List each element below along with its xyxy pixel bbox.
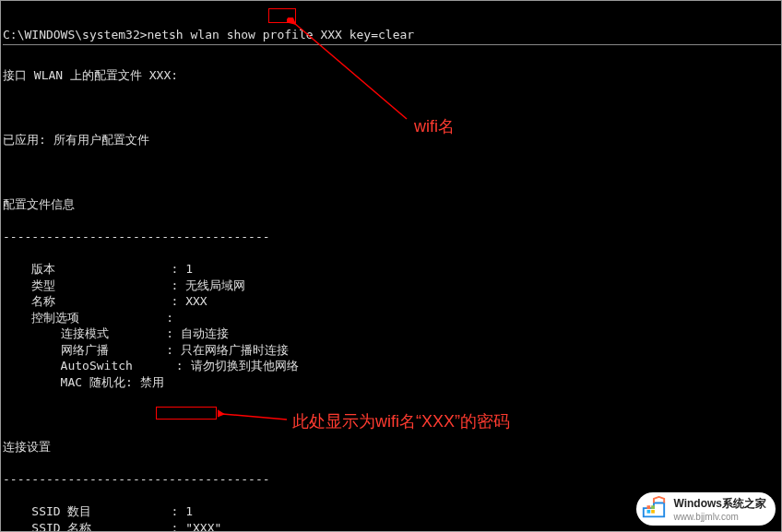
row-label: SSID 名称 <box>3 521 172 532</box>
row-label: 控制选项 <box>3 311 166 325</box>
dashes: ------------------------------------- <box>3 471 781 488</box>
output-row: AutoSwitch : 请勿切换到其他网络 <box>3 358 781 374</box>
svg-rect-4 <box>647 510 651 514</box>
output-row: 控制选项 : <box>3 310 781 326</box>
section-profile-info: 配置文件信息 <box>3 196 781 213</box>
command-pre: netsh wlan show profile <box>148 28 321 41</box>
windows-icon <box>640 496 668 522</box>
output-row: 类型 : 无线局域网 <box>3 278 781 294</box>
terminal-output: C:\WINDOWS\system32>netsh wlan show prof… <box>1 1 781 532</box>
row-value: 请勿切换到其他网络 <box>191 359 299 372</box>
output-row: 名称 : XXX <box>3 293 781 310</box>
row-label: 连接模式 <box>3 326 166 340</box>
row-label: 名称 <box>3 294 172 308</box>
row-label: 类型 <box>3 278 172 292</box>
output-row: 连接模式 : 自动连接 <box>3 325 781 342</box>
prompt-path: C:\WINDOWS\system32> <box>3 28 148 41</box>
output-row: 网络广播 : 只在网络广播时连接 <box>3 342 781 359</box>
row-value: 1 <box>185 504 193 518</box>
command-profile-arg: XXX <box>320 28 341 41</box>
watermark-title: Windows系统之家 <box>673 496 766 512</box>
row-value: 1 <box>185 262 193 276</box>
row-label: SSID 数目 <box>3 504 172 518</box>
output-row: MAC 随机化: 禁用 <box>3 374 781 391</box>
watermark-badge: Windows系统之家 www.bjjmlv.com <box>636 492 776 526</box>
row-value: 无线局域网 <box>185 278 245 292</box>
interface-line: 接口 WLAN 上的配置文件 XXX: <box>3 67 781 84</box>
svg-rect-2 <box>647 505 651 509</box>
row-value: XXX <box>185 294 207 308</box>
row-label: AutoSwitch <box>3 359 176 372</box>
row-label: 版本 <box>3 262 172 276</box>
command-post: key=clear <box>342 28 414 41</box>
applied-line: 已应用: 所有用户配置文件 <box>3 132 781 148</box>
row-value: 自动连接 <box>181 326 229 340</box>
row-label: 网络广播 <box>3 343 166 357</box>
svg-rect-5 <box>652 510 656 514</box>
row-value: 只在网络广播时连接 <box>181 343 289 357</box>
watermark-url: www.bjjmlv.com <box>673 512 766 522</box>
section-connection: 连接设置 <box>3 439 781 455</box>
svg-rect-3 <box>652 505 656 509</box>
row-label: MAC 随机化: 禁用 <box>3 375 164 389</box>
dashes: ------------------------------------- <box>3 229 781 245</box>
row-value: "XXX" <box>185 521 221 532</box>
output-row: 版本 : 1 <box>3 261 781 278</box>
